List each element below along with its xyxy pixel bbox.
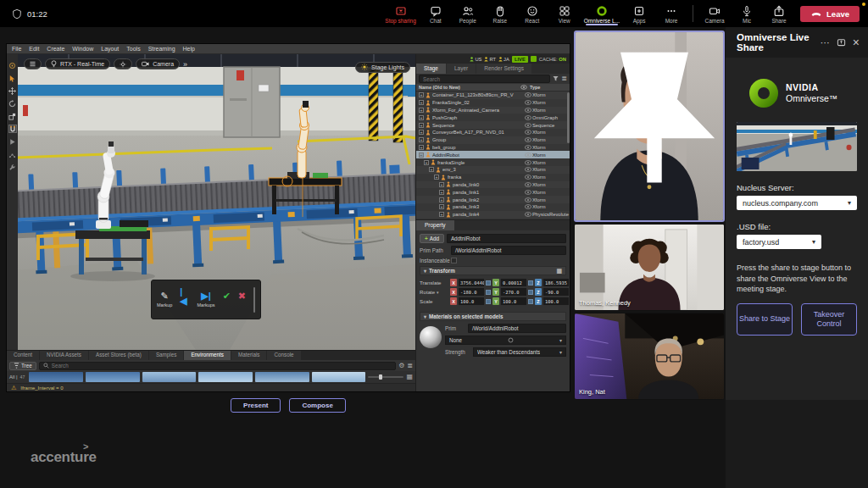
x-lock-checkbox[interactable] — [486, 280, 491, 286]
stage-tree-row[interactable]: + frankaSingle Xform — [416, 158, 570, 166]
stage-tree-row[interactable]: + Group Xform — [416, 136, 570, 144]
view-button[interactable]: View — [552, 3, 577, 24]
markup-approve-button[interactable]: ✔ — [223, 291, 231, 308]
select-tool-icon[interactable] — [8, 74, 17, 82]
expander-icon[interactable]: + — [419, 130, 424, 135]
present-button[interactable]: Present — [231, 398, 281, 413]
visibility-eye-icon[interactable] — [524, 145, 532, 150]
viewport-menu-button[interactable] — [24, 58, 42, 69]
expander-icon[interactable]: + — [434, 175, 439, 180]
y-value-field[interactable]: 100.0 — [501, 297, 526, 305]
visibility-eye-icon[interactable] — [524, 137, 532, 142]
assets-search-input[interactable] — [52, 363, 392, 369]
move-tool-icon[interactable] — [8, 86, 17, 95]
rotate-tool-icon[interactable] — [8, 99, 17, 108]
stage-tree-row[interactable]: + panda_link2 Xform — [416, 196, 570, 203]
x-lock-checkbox[interactable] — [486, 290, 491, 295]
expander-icon[interactable]: + — [439, 204, 444, 209]
prim-name-field[interactable]: AddtnlRobot — [447, 234, 566, 243]
camera-button[interactable]: Camera — [702, 3, 727, 24]
pinned-participant-video[interactable] — [574, 30, 725, 222]
expander-icon[interactable]: + — [439, 212, 444, 217]
visibility-eye-icon[interactable] — [524, 167, 532, 172]
z-value-field[interactable]: 186.5935 — [543, 279, 569, 286]
play-icon[interactable] — [8, 137, 17, 146]
takeover-control-button[interactable]: Takeover Control — [801, 303, 857, 336]
instanceable-checkbox[interactable] — [451, 258, 457, 263]
stage-tree-row[interactable]: + panda_link1 Xform — [416, 188, 570, 196]
assets-search[interactable] — [39, 362, 396, 370]
compose-button[interactable]: Compose — [289, 398, 345, 413]
expander-icon[interactable]: + — [419, 137, 424, 142]
stage-lights-control[interactable]: Stage Lights — [355, 58, 410, 74]
menu-item[interactable]: File — [12, 46, 21, 52]
content-tab[interactable]: Console — [267, 351, 300, 360]
visibility-eye-icon[interactable] — [524, 100, 532, 105]
y-value-field[interactable]: -270.0 — [501, 288, 526, 296]
z-value-field[interactable]: 100.0 — [543, 297, 569, 305]
content-tab[interactable]: Environments — [184, 351, 231, 360]
apps-button[interactable]: Apps — [626, 3, 652, 24]
stage-tree-row[interactable]: + Container_F11_123x80x89cm_PR_V Xform — [416, 92, 570, 99]
stage-tree-row[interactable]: − AddtnlRobot Xform — [416, 151, 570, 158]
stage-tree-row[interactable]: + panda_link3 Xform — [416, 203, 570, 211]
menu-item[interactable]: Streaming — [148, 46, 175, 52]
menu-item[interactable]: Create — [47, 46, 64, 52]
x-value-field[interactable]: 100.0 — [459, 297, 484, 305]
expander-icon[interactable]: + — [429, 167, 434, 172]
visibility-eye-icon[interactable] — [524, 115, 532, 120]
participant-video[interactable]: King, Nat — [574, 313, 725, 400]
markup-next-button[interactable]: ▶| Markups — [198, 291, 215, 308]
content-tab[interactable]: Materials — [231, 351, 267, 360]
panel-tab[interactable]: Stage — [416, 64, 446, 74]
menu-item[interactable]: Layout — [101, 46, 119, 52]
navigate-tool-icon[interactable] — [8, 61, 17, 69]
share-to-stage-button[interactable]: Share to Stage — [737, 303, 793, 336]
thumbnail-size-slider[interactable] — [368, 374, 403, 380]
panel-tab[interactable]: Render Settings — [476, 64, 531, 74]
live-badge[interactable]: LIVE — [512, 56, 528, 63]
markup-prev-button[interactable]: |◀ — [180, 287, 189, 313]
visibility-eye-icon[interactable] — [524, 152, 532, 158]
y-lock-checkbox[interactable] — [528, 290, 533, 295]
visibility-eye-icon[interactable] — [524, 182, 532, 187]
stage-tree-row[interactable]: + PushGraph OmniGraph — [416, 114, 570, 121]
content-tab[interactable]: Asset Stores (beta) — [89, 351, 148, 360]
visibility-eye-icon[interactable] — [524, 130, 532, 135]
raise-hand-button[interactable]: Raise — [487, 3, 513, 24]
environment-thumbnail[interactable] — [86, 372, 140, 382]
renderer-selector[interactable]: RTX - Real-Time — [45, 58, 110, 69]
visibility-eye-icon[interactable] — [524, 190, 532, 195]
expander-icon[interactable]: − — [419, 152, 424, 158]
stage-tree-row[interactable]: + Xform_For_Animated_Camera Xform — [416, 107, 570, 114]
camera-selector[interactable]: Camera — [136, 58, 180, 69]
visibility-eye-icon[interactable] — [524, 123, 532, 128]
expander-icon[interactable]: + — [419, 108, 424, 113]
environment-thumbnail[interactable] — [198, 372, 253, 382]
expander-icon[interactable]: + — [424, 160, 429, 165]
add-property-button[interactable]: + Add — [420, 234, 444, 243]
expander-icon[interactable]: + — [439, 197, 444, 202]
nucleus-server-select[interactable]: nucleus.company.com ▾ — [737, 196, 857, 210]
leave-button[interactable]: Leave — [800, 6, 860, 22]
expander-icon[interactable]: + — [439, 182, 444, 187]
menu-item[interactable]: Window — [72, 46, 93, 52]
content-tab[interactable]: Content — [7, 351, 39, 360]
react-button[interactable]: React — [520, 3, 545, 24]
mic-button[interactable]: Mic — [734, 3, 760, 24]
material-prim-field[interactable]: /World/AddtnlRobot — [468, 324, 566, 333]
stage-tree-row[interactable]: + franka Xform — [416, 174, 570, 181]
y-lock-checkbox[interactable] — [528, 299, 533, 304]
tree-scrollbar[interactable] — [567, 92, 570, 143]
x-value-field[interactable]: 3756.0440 — [459, 279, 484, 286]
stage-search[interactable] — [419, 75, 550, 83]
scale-tool-icon[interactable] — [8, 112, 17, 120]
tree-view-button[interactable]: Tree — [9, 362, 36, 370]
visibility-eye-icon[interactable] — [524, 160, 532, 165]
viewport-3d[interactable]: RTX - Real-Time Camera » Stage Lights — [7, 54, 415, 350]
stage-search-input[interactable] — [423, 76, 546, 82]
expander-icon[interactable]: + — [419, 100, 424, 105]
usd-file-select[interactable]: factory.usd ▾ — [737, 235, 821, 249]
more-options-icon[interactable]: ⋯ — [821, 38, 830, 47]
physics-tool-icon[interactable] — [8, 150, 17, 158]
